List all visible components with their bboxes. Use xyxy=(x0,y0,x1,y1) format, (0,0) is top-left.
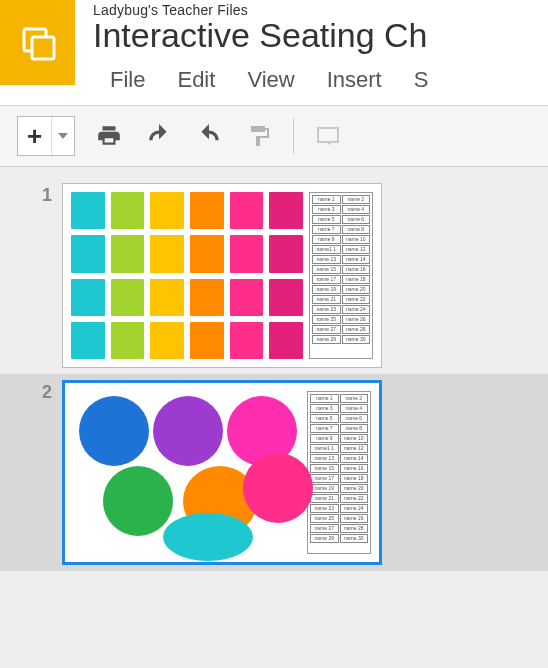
seat-square xyxy=(230,279,264,316)
name-label: name 24 xyxy=(342,305,371,314)
seat-square xyxy=(71,322,105,359)
seat-square xyxy=(230,235,264,272)
name-label: name1 1 xyxy=(312,245,341,254)
name-label: name 21 xyxy=(312,295,341,304)
name-label: name 12 xyxy=(342,245,371,254)
name-label: name 18 xyxy=(340,474,369,483)
name-label: name 29 xyxy=(312,335,341,344)
slide-2-circles xyxy=(73,391,301,554)
seat-square xyxy=(150,279,184,316)
name-label: name 4 xyxy=(340,404,369,413)
seat-square xyxy=(190,322,224,359)
name-label: name1 1 xyxy=(310,444,339,453)
slide-2-names: name 1name 2name 3name 4name 5name 6name… xyxy=(307,391,371,554)
menu-cut[interactable]: S xyxy=(414,67,429,93)
slide-1-names: name 1name 2name 3name 4name 5name 6name… xyxy=(309,192,373,359)
name-label: name 3 xyxy=(310,404,339,413)
name-label: name 18 xyxy=(342,275,371,284)
name-label: name 17 xyxy=(312,275,341,284)
name-label: name 12 xyxy=(340,444,369,453)
seat-circle xyxy=(103,466,173,536)
menu-insert[interactable]: Insert xyxy=(327,67,382,93)
menu-view[interactable]: View xyxy=(247,67,294,93)
name-label: name 30 xyxy=(340,534,369,543)
name-label: name 23 xyxy=(312,305,341,314)
slides-logo xyxy=(0,0,75,85)
name-label: name 22 xyxy=(342,295,371,304)
seat-circle xyxy=(79,396,149,466)
seat-square xyxy=(269,235,303,272)
name-label: name 8 xyxy=(340,424,369,433)
paint-format-button[interactable] xyxy=(243,120,275,152)
name-label: name 17 xyxy=(310,474,339,483)
name-label: name 6 xyxy=(340,414,369,423)
new-slide-button[interactable]: + xyxy=(17,116,75,156)
name-label: name 28 xyxy=(340,524,369,533)
name-label: name 16 xyxy=(342,265,371,274)
seat-square xyxy=(190,235,224,272)
name-label: name 15 xyxy=(312,265,341,274)
name-label: name 2 xyxy=(340,394,369,403)
redo-button[interactable] xyxy=(193,120,225,152)
name-label: name 14 xyxy=(340,454,369,463)
document-title[interactable]: Interactive Seating Ch xyxy=(93,16,428,55)
seat-circle xyxy=(153,396,223,466)
print-button[interactable] xyxy=(93,120,125,152)
seat-square xyxy=(111,279,145,316)
slide-thumbnail-2[interactable]: 2 name 1name 2name 3name 4name 5name 6na… xyxy=(0,374,548,571)
undo-button[interactable] xyxy=(143,120,175,152)
name-label: name 20 xyxy=(342,285,371,294)
plus-icon: + xyxy=(18,117,52,155)
seat-square xyxy=(71,279,105,316)
toolbar-divider xyxy=(293,118,294,154)
name-label: name 22 xyxy=(340,494,369,503)
slide-thumbnail-1[interactable]: 1 name 1name 2name 3name 4name 5name 6na… xyxy=(0,177,548,374)
name-label: name 30 xyxy=(342,335,371,344)
name-label: name 6 xyxy=(342,215,371,224)
name-label: name 24 xyxy=(340,504,369,513)
name-label: name 1 xyxy=(312,195,341,204)
zoom-fit-button[interactable] xyxy=(312,120,344,152)
name-label: name 8 xyxy=(342,225,371,234)
dropdown-arrow-icon[interactable] xyxy=(52,117,74,155)
seat-square xyxy=(111,322,145,359)
name-label: name 19 xyxy=(312,285,341,294)
seat-square xyxy=(150,322,184,359)
name-label: name 3 xyxy=(312,205,341,214)
seat-circle xyxy=(163,513,253,561)
slide-number: 1 xyxy=(24,183,52,368)
menu-edit[interactable]: Edit xyxy=(177,67,215,93)
seat-square xyxy=(190,279,224,316)
seat-square xyxy=(230,192,264,229)
svg-rect-2 xyxy=(318,128,338,142)
name-label: name 16 xyxy=(340,464,369,473)
seat-square xyxy=(269,322,303,359)
name-label: name 19 xyxy=(310,484,339,493)
name-label: name 28 xyxy=(342,325,371,334)
name-label: name 2 xyxy=(342,195,371,204)
name-label: name 20 xyxy=(340,484,369,493)
name-label: name 29 xyxy=(310,534,339,543)
name-label: name 27 xyxy=(312,325,341,334)
toolbar: + xyxy=(0,105,548,167)
name-label: name 15 xyxy=(310,464,339,473)
slide-number: 2 xyxy=(24,380,52,565)
seat-square xyxy=(230,322,264,359)
name-label: name 21 xyxy=(310,494,339,503)
name-label: name 5 xyxy=(312,215,341,224)
name-label: name 4 xyxy=(342,205,371,214)
name-label: name 27 xyxy=(310,524,339,533)
seat-circle xyxy=(243,453,313,523)
name-label: name 10 xyxy=(340,434,369,443)
seat-square xyxy=(71,192,105,229)
name-label: name 10 xyxy=(342,235,371,244)
seat-square xyxy=(150,192,184,229)
menu-file[interactable]: File xyxy=(110,67,145,93)
seat-square xyxy=(111,192,145,229)
name-label: name 26 xyxy=(340,514,369,523)
slide-panel: 1 name 1name 2name 3name 4name 5name 6na… xyxy=(0,167,548,668)
name-label: name 9 xyxy=(312,235,341,244)
svg-rect-1 xyxy=(32,37,54,59)
name-label: name 5 xyxy=(310,414,339,423)
seat-square xyxy=(150,235,184,272)
